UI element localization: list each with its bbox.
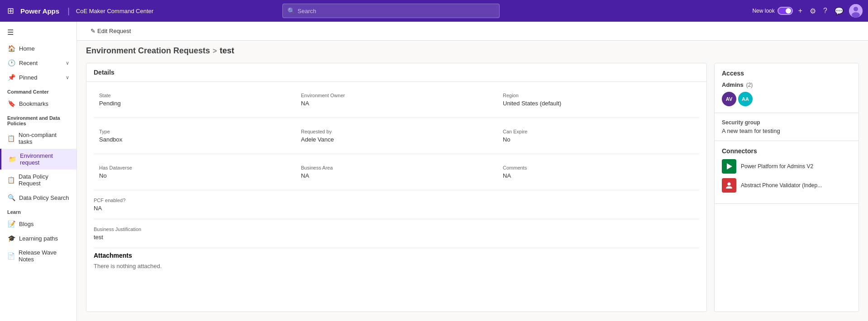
business-area-label: Business Area: [301, 165, 492, 170]
sidebar-item-blogs[interactable]: 📝 Blogs: [0, 217, 76, 231]
attachments-empty: There is nothing attached.: [94, 263, 699, 269]
data-policy-search-icon: 🔍: [7, 194, 15, 201]
business-area-value: NA: [301, 172, 492, 179]
breadcrumb-current: test: [219, 46, 234, 56]
state-field: State Pending: [94, 89, 296, 110]
sidebar-item-data-policy-request-label: Data Policy Request: [19, 173, 69, 187]
type-label: Type: [99, 129, 290, 134]
admins-count: (2): [746, 82, 753, 88]
add-icon[interactable]: +: [796, 5, 804, 17]
connector-phone-name: Abstract Phone Validator (Indep...: [741, 182, 822, 189]
new-look-switch[interactable]: [777, 7, 793, 15]
sidebar-item-non-compliant[interactable]: 📋 Non-compliant tasks: [0, 128, 76, 149]
help-icon[interactable]: ?: [821, 5, 829, 17]
env-request-icon: 📁: [9, 156, 16, 163]
sidebar-item-recent[interactable]: 🕐 Recent ∨: [0, 56, 76, 70]
comments-label: Comments: [503, 165, 694, 170]
svg-point-2: [852, 12, 860, 18]
sidebar-item-data-policy-search[interactable]: 🔍 Data Policy Search: [0, 190, 76, 205]
settings-icon[interactable]: ⚙: [808, 5, 818, 17]
can-expire-value: No: [503, 136, 694, 143]
region-label: Region: [503, 93, 694, 98]
edit-request-label: Edit Request: [97, 28, 131, 34]
can-expire-label: Can Expire: [503, 129, 694, 134]
admins-label: Admins: [722, 81, 744, 88]
pinned-expand-icon: ∨: [66, 75, 69, 80]
home-icon: 🏠: [7, 45, 15, 52]
breadcrumb: Environment Creation Requests > test: [77, 41, 868, 58]
attachments-header: Attachments: [94, 252, 699, 259]
sidebar-item-recent-label: Recent: [19, 60, 38, 66]
sidebar: ☰ 🏠 Home 🕐 Recent ∨ 📌 Pinned ∨ Command C…: [0, 22, 77, 321]
env-section-label: Environment and Data Policies: [0, 111, 76, 128]
app-subtitle: CoE Maker Command Center: [76, 8, 153, 14]
svg-point-1: [854, 7, 858, 11]
sidebar-item-home[interactable]: 🏠 Home: [0, 41, 76, 56]
has-dataverse-field: Has Dataverse No: [94, 161, 296, 183]
region-field: Region United States (default): [497, 89, 699, 110]
connector-pp-admins: Power Platform for Admins V2: [722, 159, 851, 174]
learn-section-label: Learn: [0, 205, 76, 217]
breadcrumb-parent[interactable]: Environment Creation Requests: [86, 46, 210, 56]
sidebar-item-pinned-label: Pinned: [19, 74, 37, 81]
pcf-section: PCF enabled? NA: [94, 198, 699, 219]
non-compliant-icon: 📋: [7, 135, 15, 142]
type-value: Sandbox: [99, 136, 290, 143]
topbar-right: New look + ⚙ ? 💬: [752, 4, 863, 18]
connector-pp-icon: [722, 159, 736, 174]
edit-icon: ✎: [91, 28, 95, 34]
topbar-divider: |: [67, 6, 70, 16]
state-label: State: [99, 93, 290, 98]
sidebar-item-non-compliant-label: Non-compliant tasks: [19, 132, 69, 145]
admins-header: Admins (2): [722, 81, 851, 88]
content-area: ✎ Edit Request Environment Creation Requ…: [77, 22, 868, 321]
business-area-field: Business Area NA: [296, 161, 497, 183]
connector-pp-name: Power Platform for Admins V2: [741, 163, 813, 170]
has-dataverse-value: No: [99, 172, 290, 179]
bookmarks-icon: 🔖: [7, 100, 15, 107]
environment-owner-label: Environment Owner: [301, 93, 492, 98]
access-title: Access: [722, 70, 851, 77]
details-card-body: State Pending Environment Owner NA Regio…: [86, 82, 706, 277]
search-bar[interactable]: 🔍: [282, 4, 500, 18]
connector-phone-validator: Abstract Phone Validator (Indep...: [722, 178, 851, 193]
edit-request-button[interactable]: ✎ Edit Request: [86, 25, 135, 37]
sidebar-item-env-request[interactable]: 📁 Environment request: [0, 149, 76, 170]
app-name: Power Apps: [20, 7, 59, 15]
admin-avatar-aa: AA: [738, 92, 753, 106]
comments-value: NA: [503, 172, 694, 179]
access-section: Access Admins (2) AV AA: [715, 63, 858, 113]
command-bar: ✎ Edit Request: [77, 22, 868, 41]
new-look-label: New look: [752, 8, 774, 14]
pinned-icon: 📌: [7, 74, 15, 81]
region-value: United States (default): [503, 100, 694, 107]
sidebar-item-pinned[interactable]: 📌 Pinned ∨: [0, 70, 76, 85]
admin-avatar-av: AV: [722, 92, 736, 106]
sidebar-collapse-btn[interactable]: ☰: [0, 25, 76, 39]
sidebar-item-release-wave[interactable]: 📄 Release Wave Notes: [0, 245, 76, 266]
requested-by-label: Requested by: [301, 129, 492, 134]
sidebar-item-release-wave-label: Release Wave Notes: [19, 249, 69, 263]
sidebar-item-bookmarks-label: Bookmarks: [19, 100, 48, 107]
business-justification-value: test: [94, 234, 699, 241]
pcf-value: NA: [94, 205, 699, 212]
side-panel: Access Admins (2) AV AA Security group A…: [714, 63, 859, 312]
breadcrumb-separator: >: [213, 47, 217, 55]
svg-marker-3: [727, 163, 732, 170]
security-group-value: A new team for testing: [722, 127, 851, 134]
requested-by-value: Adele Vance: [301, 136, 492, 143]
topbar: ⊞ Power Apps | CoE Maker Command Center …: [0, 0, 868, 22]
sidebar-item-learning-paths[interactable]: 🎓 Learning paths: [0, 231, 76, 245]
sidebar-item-bookmarks[interactable]: 🔖 Bookmarks: [0, 96, 76, 111]
avatar[interactable]: [849, 4, 863, 18]
chat-icon[interactable]: 💬: [833, 5, 845, 17]
waffle-icon[interactable]: ⊞: [5, 4, 16, 18]
connectors-title: Connectors: [722, 147, 851, 155]
data-policy-request-icon: 📋: [7, 176, 15, 184]
sidebar-item-env-request-label: Environment request: [20, 152, 69, 166]
sidebar-item-data-policy-request[interactable]: 📋 Data Policy Request: [0, 170, 76, 190]
state-value: Pending: [99, 100, 290, 107]
security-group-section: Security group A new team for testing: [715, 113, 858, 141]
search-input[interactable]: [298, 8, 495, 14]
comments-field: Comments NA: [497, 161, 699, 183]
